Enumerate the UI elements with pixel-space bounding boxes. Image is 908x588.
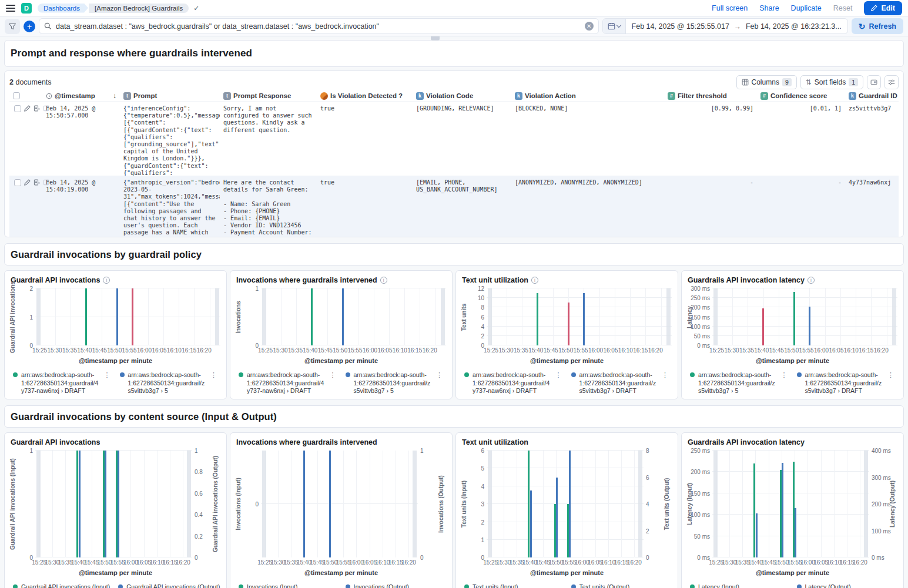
cell-violation_action[interactable]: [ANONYMIZED, ANONYMIZED, ANONYMIZED] bbox=[511, 176, 664, 237]
cell-prompt[interactable]: {"anthropic_version":"bedrock-2023-05-31… bbox=[120, 176, 220, 237]
edit-button[interactable]: Edit bbox=[864, 1, 902, 15]
legend-item[interactable]: Invocations (Output) bbox=[346, 583, 444, 588]
column-header-violation-code[interactable]: kViolation Code bbox=[413, 90, 511, 102]
column-header-prompt[interactable]: tPrompt bbox=[120, 90, 220, 102]
cell-confidence_score[interactable]: - bbox=[757, 176, 845, 237]
date-picker-menu-button[interactable] bbox=[603, 19, 626, 33]
legend-item[interactable]: Guardrail API invocations (Input) bbox=[13, 583, 110, 588]
column-header-prompt-response[interactable]: tPrompt Response bbox=[220, 90, 317, 102]
legend-item[interactable]: Text units (Input) bbox=[464, 583, 563, 588]
share-button[interactable]: Share bbox=[759, 4, 779, 12]
legend-item[interactable]: arn:aws:bedrock:ap-south-1:627286350134:… bbox=[120, 371, 219, 395]
cell-guardrail_id[interactable]: 4y737naw6nxj bbox=[845, 176, 899, 237]
column-header-guardrail-id[interactable]: kGuardrail ID bbox=[845, 90, 899, 102]
cell-response[interactable]: Here are the contact details for Sarah G… bbox=[220, 176, 317, 237]
add-filter-button[interactable]: + bbox=[24, 21, 35, 32]
reset-button[interactable]: Reset bbox=[833, 4, 853, 12]
bar-blue[interactable] bbox=[105, 451, 106, 557]
cell-response[interactable]: Sorry, I am not configured to answer suc… bbox=[220, 102, 317, 176]
legend-item[interactable]: arn:aws:bedrock:ap-south-1:627286350134:… bbox=[346, 371, 444, 395]
info-icon[interactable]: i bbox=[531, 277, 538, 284]
legend-item[interactable]: arn:aws:bedrock:ap-south-1:627286350134:… bbox=[239, 371, 337, 395]
info-icon[interactable]: i bbox=[380, 277, 387, 284]
legend-menu-icon[interactable]: ⋮ bbox=[329, 371, 337, 379]
cell-violation_code[interactable]: [EMAIL, PHONE, US_BANK_ACCOUNT_NUMBER] bbox=[413, 176, 511, 237]
legend-menu-icon[interactable]: ⋮ bbox=[435, 371, 444, 379]
bar-blue[interactable] bbox=[583, 293, 585, 345]
bar-green[interactable] bbox=[85, 288, 87, 345]
legend-menu-icon[interactable]: ⋮ bbox=[209, 371, 218, 379]
bar-green[interactable] bbox=[537, 293, 538, 345]
sort-descending-icon[interactable]: ↓ bbox=[113, 92, 116, 100]
cell-guardrail_id[interactable]: zs5vittvb3g7 bbox=[845, 102, 899, 176]
bar-blue[interactable] bbox=[118, 451, 119, 557]
bar-blue[interactable] bbox=[809, 307, 810, 345]
cell-filter_threshold[interactable]: [0.99, 0.99] bbox=[664, 102, 757, 176]
legend-menu-icon[interactable]: ⋮ bbox=[554, 371, 563, 379]
column-header-is-violation-detected-[interactable]: Is Violation Detected ? bbox=[317, 90, 413, 102]
date-from[interactable]: Feb 14, 2025 @ 15:25:55.017 bbox=[632, 22, 729, 31]
column-header-confidence-score[interactable]: #Confidence score bbox=[757, 90, 845, 102]
legend-item[interactable]: arn:aws:bedrock:ap-south-1:627286350134:… bbox=[464, 371, 563, 395]
sort-fields-button[interactable]: ⇅ Sort fields 1 bbox=[800, 75, 863, 89]
legend-item[interactable]: Latency (Input) bbox=[690, 583, 789, 588]
cell-violation_code[interactable]: [GROUNDING, RELEVANCE] bbox=[413, 102, 511, 176]
select-all-checkbox[interactable] bbox=[13, 92, 20, 99]
bar-blue[interactable] bbox=[569, 451, 571, 557]
menu-icon[interactable] bbox=[6, 5, 15, 12]
legend-menu-icon[interactable]: ⋮ bbox=[103, 371, 112, 379]
legend-item[interactable]: Invocations (Input) bbox=[239, 583, 337, 588]
bar-green[interactable] bbox=[793, 292, 795, 345]
legend-item[interactable]: arn:aws:bedrock:ap-south-1:627286350134:… bbox=[797, 371, 896, 395]
row-edit-icon[interactable] bbox=[24, 105, 31, 112]
legend-item[interactable]: arn:aws:bedrock:ap-south-1:627286350134:… bbox=[690, 371, 789, 395]
cell-timestamp[interactable]: Feb 14, 2025 @ 15:50:57.000 bbox=[42, 102, 120, 176]
query-text[interactable]: data_stream.dataset : "aws_bedrock.guard… bbox=[56, 22, 581, 31]
legend-item[interactable]: arn:aws:bedrock:ap-south-1:627286350134:… bbox=[13, 371, 112, 395]
clear-query-icon[interactable]: ✕ bbox=[585, 22, 594, 31]
bar-blue[interactable] bbox=[756, 513, 758, 557]
column-header-filter-threshold[interactable]: #Filter threshold bbox=[664, 90, 757, 102]
legend-menu-icon[interactable]: ⋮ bbox=[886, 371, 895, 379]
cell-filter_threshold[interactable]: - bbox=[664, 176, 757, 237]
fullscreen-table-button[interactable] bbox=[867, 75, 881, 89]
legend-item[interactable]: Latency (Output) bbox=[797, 583, 896, 588]
cell-violation_detected[interactable]: true bbox=[317, 102, 413, 176]
cell-prompt[interactable]: {"inferenceConfig": {"temperature":0.5},… bbox=[120, 102, 220, 176]
display-options-button[interactable] bbox=[884, 75, 899, 89]
cell-confidence_score[interactable]: [0.01, 1] bbox=[757, 102, 845, 176]
full-screen-button[interactable]: Full screen bbox=[712, 4, 748, 12]
columns-button[interactable]: Columns 9 bbox=[736, 75, 797, 89]
bar-blue[interactable] bbox=[556, 478, 558, 558]
cell-violation_action[interactable]: [BLOCKED, NONE] bbox=[511, 102, 664, 176]
refresh-button[interactable]: ↻ Refresh bbox=[852, 18, 903, 34]
row-expand-document-icon[interactable] bbox=[33, 179, 40, 186]
bar-red[interactable] bbox=[762, 308, 764, 345]
row-checkbox[interactable] bbox=[14, 105, 21, 112]
info-icon[interactable]: i bbox=[103, 277, 110, 284]
cell-timestamp[interactable]: Feb 14, 2025 @ 15:40:19.000 bbox=[42, 176, 120, 237]
bar-blue[interactable] bbox=[342, 288, 344, 345]
breadcrumb-dashboards[interactable]: Dashboards bbox=[38, 4, 88, 13]
row-expand-document-icon[interactable] bbox=[33, 105, 40, 112]
search-input[interactable]: data_stream.dataset : "aws_bedrock.guard… bbox=[39, 18, 599, 34]
legend-menu-icon[interactable]: ⋮ bbox=[780, 371, 789, 379]
bar-blue[interactable] bbox=[116, 288, 118, 345]
bar-blue[interactable] bbox=[530, 490, 532, 557]
breadcrumb-current-dashboard[interactable]: [Amazon Bedrock] Guardrails bbox=[89, 4, 189, 13]
duplicate-button[interactable]: Duplicate bbox=[791, 4, 822, 12]
app-logo[interactable]: D bbox=[21, 3, 32, 14]
row-edit-icon[interactable] bbox=[24, 179, 31, 186]
bar-blue[interactable] bbox=[303, 451, 305, 557]
row-checkbox[interactable] bbox=[14, 179, 21, 186]
info-icon[interactable]: i bbox=[808, 277, 815, 284]
filter-menu-button[interactable] bbox=[5, 19, 20, 34]
legend-item[interactable]: arn:aws:bedrock:ap-south-1:627286350134:… bbox=[571, 371, 670, 395]
bar-green[interactable] bbox=[311, 288, 313, 345]
legend-menu-icon[interactable]: ⋮ bbox=[661, 371, 669, 379]
legend-item[interactable]: Text units (Output) bbox=[571, 583, 670, 588]
panel-divider-handle[interactable] bbox=[431, 36, 440, 41]
cell-violation_detected[interactable]: true bbox=[317, 176, 413, 237]
bar-red[interactable] bbox=[568, 303, 569, 345]
legend-item[interactable]: Guardrail API invocations (Output) bbox=[118, 583, 220, 588]
